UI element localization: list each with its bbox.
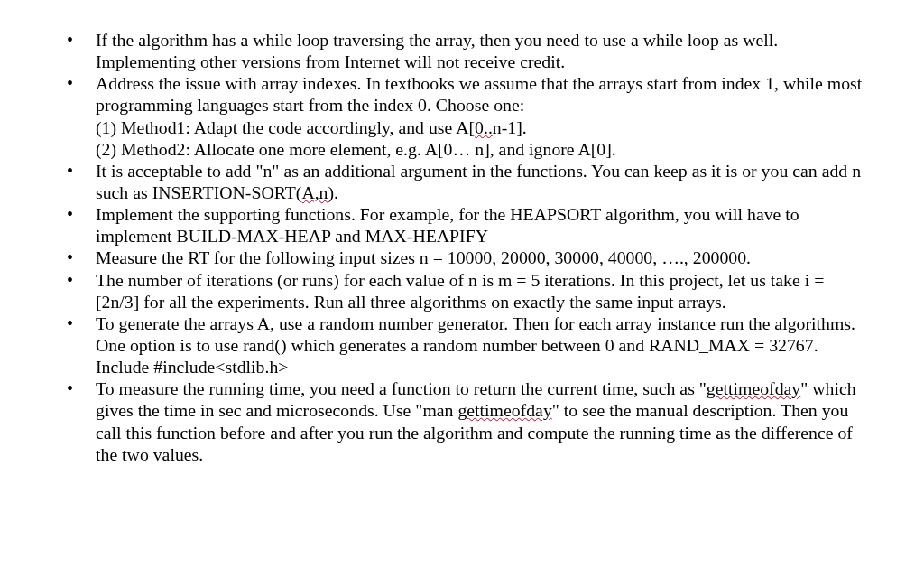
document-page: If the algorithm has a while loop traver…: [0, 0, 924, 483]
list-item: It is acceptable to add "n" as an additi…: [54, 160, 870, 203]
list-item: Address the issue with array indexes. In…: [54, 72, 870, 160]
text-fragment: n-1].: [493, 117, 527, 137]
text-fragment: To measure the running time, you need a …: [96, 378, 707, 398]
list-item: The number of iterations (or runs) for e…: [54, 269, 870, 312]
list-item-text: Implement the supporting functions. For …: [96, 204, 799, 246]
list-item: Measure the RT for the following input s…: [54, 247, 870, 268]
text-fragment: It is acceptable to add "n" as an additi…: [96, 161, 861, 202]
list-item: If the algorithm has a while loop traver…: [54, 29, 870, 72]
list-sub-item: (2) Method2: Allocate one more element, …: [96, 138, 870, 160]
list-item: To measure the running time, you need a …: [54, 378, 870, 465]
list-item-text: Address the issue with array indexes. In…: [96, 73, 862, 115]
text-fragment: ).: [328, 182, 339, 202]
bullet-list: If the algorithm has a while loop traver…: [54, 29, 870, 465]
spellcheck-underline: 0..: [475, 117, 493, 137]
list-sub-item: (1) Method1: Adapt the code accordingly,…: [96, 117, 870, 138]
spellcheck-underline: A,n: [301, 182, 328, 202]
list-item: To generate the arrays A, use a random n…: [54, 312, 870, 378]
spellcheck-underline: gettimeofday: [707, 378, 800, 398]
list-item-text: The number of iterations (or runs) for e…: [96, 270, 824, 312]
text-fragment: (1) Method1: Adapt the code accordingly,…: [96, 117, 475, 137]
list-item: Implement the supporting functions. For …: [54, 203, 870, 247]
list-item-text: If the algorithm has a while loop traver…: [96, 30, 778, 71]
list-item-text: To generate the arrays A, use a random n…: [96, 313, 855, 377]
list-item-text: Measure the RT for the following input s…: [96, 247, 751, 267]
spellcheck-underline: gettimeofday: [457, 400, 551, 420]
